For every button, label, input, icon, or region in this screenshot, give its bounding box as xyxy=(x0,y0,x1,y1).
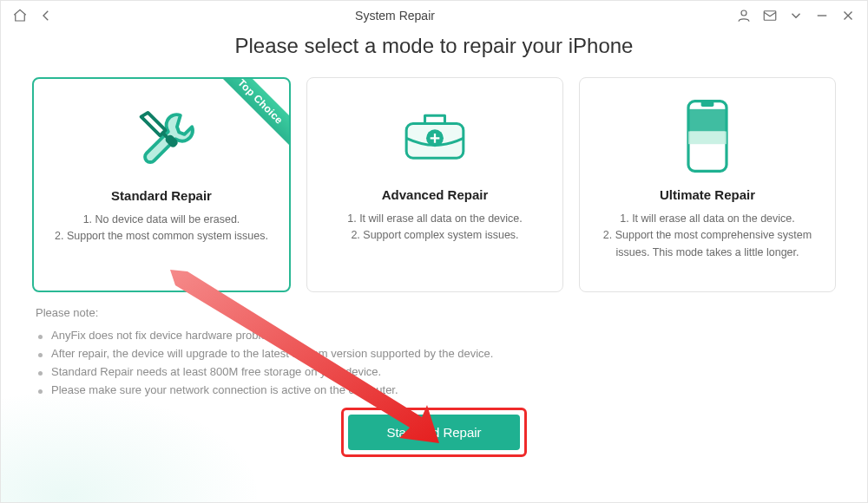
note-section: Please note: AnyFix does not fix device … xyxy=(1,292,867,399)
note-item: Please make sure your network connection… xyxy=(36,381,832,399)
medkit-icon xyxy=(398,102,471,173)
minimize-icon[interactable] xyxy=(813,7,831,24)
window-title: System Repair xyxy=(55,9,735,23)
back-icon[interactable] xyxy=(37,7,55,24)
titlebar: System Repair xyxy=(1,1,867,30)
card-line: 1. It will erase all data on the device. xyxy=(595,211,819,227)
close-icon[interactable] xyxy=(839,7,857,24)
note-item: Standard Repair needs at least 800M free… xyxy=(36,363,832,381)
mail-icon[interactable] xyxy=(761,7,779,24)
svg-rect-6 xyxy=(688,109,727,132)
standard-repair-button[interactable]: Standard Repair xyxy=(348,415,519,450)
card-line: 2. Support the most comprehensive system… xyxy=(595,227,819,261)
note-list: AnyFix does not fix device hardware prob… xyxy=(36,326,832,399)
mode-cards: Top Choice Standard Repair 1. No device … xyxy=(1,77,867,292)
card-line: 2. Support complex system issues. xyxy=(323,227,547,244)
phone-repair-icon xyxy=(682,98,733,178)
note-title: Please note: xyxy=(36,306,832,319)
user-icon[interactable] xyxy=(735,7,753,24)
card-description: 1. No device data will be erased. 2. Sup… xyxy=(49,212,273,245)
card-description: 1. It will erase all data on the device.… xyxy=(595,211,819,261)
svg-rect-7 xyxy=(688,132,727,145)
card-title: Advanced Repair xyxy=(323,187,547,202)
card-description: 1. It will erase all data on the device.… xyxy=(323,211,547,245)
chevron-down-icon[interactable] xyxy=(787,7,805,24)
home-icon[interactable] xyxy=(11,7,29,24)
card-line: 2. Support the most common system issues… xyxy=(49,228,273,245)
card-line: 1. No device data will be erased. xyxy=(49,212,273,228)
note-item: After repair, the device will upgrade to… xyxy=(36,344,832,363)
card-title: Ultimate Repair xyxy=(595,187,819,202)
svg-rect-1 xyxy=(764,11,776,21)
svg-point-0 xyxy=(741,10,746,16)
tools-icon xyxy=(128,103,195,174)
card-line: 1. It will erase all data on the device. xyxy=(323,211,547,227)
page-heading: Please select a mode to repair your iPho… xyxy=(1,34,867,58)
card-title: Standard Repair xyxy=(49,188,273,203)
card-advanced-repair[interactable]: Advanced Repair 1. It will erase all dat… xyxy=(306,77,563,292)
note-item: AnyFix does not fix device hardware prob… xyxy=(36,326,832,344)
card-standard-repair[interactable]: Top Choice Standard Repair 1. No device … xyxy=(32,77,291,292)
card-ultimate-repair[interactable]: Ultimate Repair 1. It will erase all dat… xyxy=(579,77,836,292)
svg-rect-8 xyxy=(701,101,714,107)
